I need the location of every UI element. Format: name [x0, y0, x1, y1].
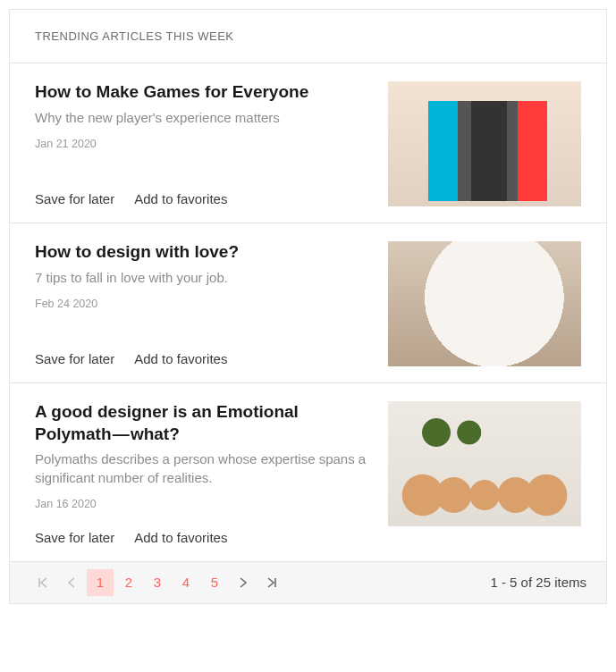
article-body: How to Make Games for Everyone Why the n…: [35, 81, 372, 206]
chevron-right-icon: [239, 577, 248, 588]
article-item: How to design with love? 7 tips to fall …: [10, 223, 606, 383]
add-to-favorites-button[interactable]: Add to favorites: [134, 351, 227, 366]
add-to-favorites-button[interactable]: Add to favorites: [134, 191, 227, 206]
article-excerpt: Why the new player's experience matters: [35, 109, 372, 127]
article-thumbnail[interactable]: [388, 241, 581, 366]
pager-page-1[interactable]: 1: [87, 569, 114, 596]
pager-page-3[interactable]: 3: [144, 569, 171, 596]
pager-next-button[interactable]: [230, 569, 257, 596]
panel-header: Trending Articles This Week: [10, 10, 606, 63]
pager-page-4[interactable]: 4: [173, 569, 199, 596]
pager-page-5[interactable]: 5: [201, 569, 228, 596]
pager-last-button[interactable]: [258, 569, 285, 596]
chevron-left-icon: [67, 577, 76, 588]
article-excerpt: Polymaths describes a person whose exper…: [35, 450, 372, 487]
article-date: Jan 16 2020: [35, 498, 372, 510]
article-thumbnail[interactable]: [388, 81, 581, 206]
article-item: How to Make Games for Everyone Why the n…: [10, 63, 606, 223]
pager-info: 1 - 5 of 25 items: [490, 575, 586, 590]
first-page-icon: [38, 577, 48, 588]
panel-title: Trending Articles This Week: [35, 29, 234, 43]
last-page-icon: [266, 577, 277, 588]
article-thumbnail[interactable]: [388, 401, 581, 526]
article-actions: Save for later Add to favorites: [35, 514, 372, 545]
article-excerpt: 7 tips to fall in love with your job.: [35, 269, 372, 287]
save-for-later-button[interactable]: Save for later: [35, 530, 114, 545]
article-actions: Save for later Add to favorites: [35, 335, 372, 366]
trending-articles-panel: Trending Articles This Week How to Make …: [9, 9, 607, 604]
article-date: Feb 24 2020: [35, 298, 372, 310]
pager-first-button[interactable]: [30, 569, 56, 596]
save-for-later-button[interactable]: Save for later: [35, 351, 114, 366]
add-to-favorites-button[interactable]: Add to favorites: [134, 530, 227, 545]
article-title[interactable]: How to design with love?: [35, 241, 372, 264]
article-title[interactable]: A good designer is an Emotional Polymath…: [35, 401, 372, 445]
article-actions: Save for later Add to favorites: [35, 175, 372, 206]
pager-page-2[interactable]: 2: [115, 569, 142, 596]
pager-prev-button[interactable]: [58, 569, 85, 596]
pager: 1 2 3 4 5 1 - 5 of 25 items: [10, 562, 606, 603]
article-title[interactable]: How to Make Games for Everyone: [35, 81, 372, 104]
save-for-later-button[interactable]: Save for later: [35, 191, 114, 206]
article-body: A good designer is an Emotional Polymath…: [35, 401, 372, 545]
article-item: A good designer is an Emotional Polymath…: [10, 383, 606, 562]
article-date: Jan 21 2020: [35, 138, 372, 150]
article-body: How to design with love? 7 tips to fall …: [35, 241, 372, 366]
pager-nav: 1 2 3 4 5: [30, 569, 285, 596]
